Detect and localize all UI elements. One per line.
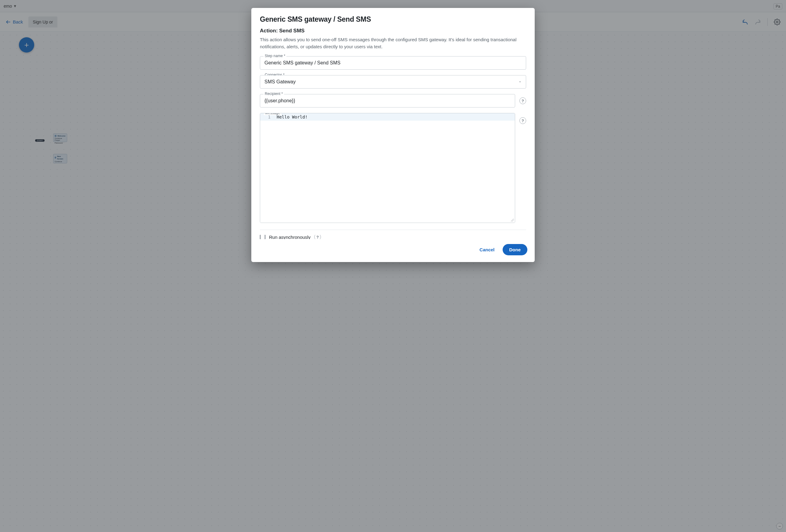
help-icon[interactable]: ?: [519, 117, 526, 124]
message-label: Message: [264, 113, 281, 115]
section-divider: [260, 230, 526, 230]
help-icon[interactable]: ?: [314, 235, 321, 239]
send-sms-modal: Generic SMS gateway / Send SMS Action: S…: [251, 8, 535, 262]
modal-title: Generic SMS gateway / Send SMS: [260, 15, 526, 24]
connector-value: SMS Gateway: [264, 79, 296, 85]
message-editor[interactable]: Message 1 Hello World!: [260, 113, 515, 223]
message-content[interactable]: Hello World!: [274, 113, 515, 121]
message-editor-empty-area[interactable]: [260, 121, 515, 223]
step-name-label: Step name *: [263, 54, 286, 58]
run-async-checkbox[interactable]: [260, 235, 265, 239]
done-button[interactable]: Done: [503, 244, 528, 255]
recipient-input[interactable]: [260, 94, 515, 108]
run-async-row[interactable]: Run asynchronously ?: [260, 235, 526, 239]
step-name-input[interactable]: [260, 56, 526, 70]
recipient-label: Recipient *: [263, 92, 284, 96]
modal-overlay: Generic SMS gateway / Send SMS Action: S…: [0, 0, 786, 532]
modal-footer: Cancel Done: [251, 239, 535, 262]
resize-handle[interactable]: [511, 219, 514, 222]
cancel-button[interactable]: Cancel: [475, 244, 499, 255]
connector-select[interactable]: SMS Gateway: [260, 75, 526, 89]
help-icon[interactable]: ?: [519, 97, 526, 104]
modal-description: This action allows you to send one-off S…: [260, 36, 526, 50]
run-async-label: Run asynchronously: [269, 235, 310, 239]
modal-action-heading: Action: Send SMS: [260, 28, 526, 34]
